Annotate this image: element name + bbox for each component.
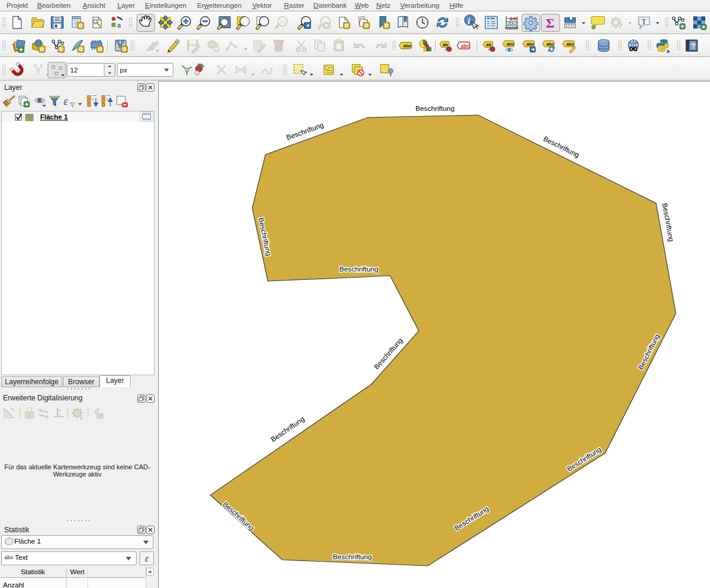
svg-text:px: px — [120, 67, 127, 74]
svg-text:Beschriftung: Beschriftung — [661, 203, 675, 242]
svg-text:abc: abc — [461, 43, 470, 49]
svg-text:T: T — [28, 413, 31, 418]
svg-text:T: T — [642, 17, 646, 26]
svg-text:Σ: Σ — [546, 16, 554, 31]
svg-text:Beschriftung: Beschriftung — [333, 553, 372, 560]
svg-text:?: ? — [691, 42, 695, 50]
svg-text:Beschriftung: Beschriftung — [416, 104, 455, 112]
svg-text:Beschriftung: Beschriftung — [340, 265, 379, 273]
svg-text:i: i — [468, 17, 470, 26]
svg-text:1:1: 1:1 — [280, 20, 286, 24]
svg-text:12: 12 — [70, 67, 78, 74]
svg-text:ε: ε — [64, 95, 68, 107]
svg-text:a: a — [117, 22, 122, 29]
